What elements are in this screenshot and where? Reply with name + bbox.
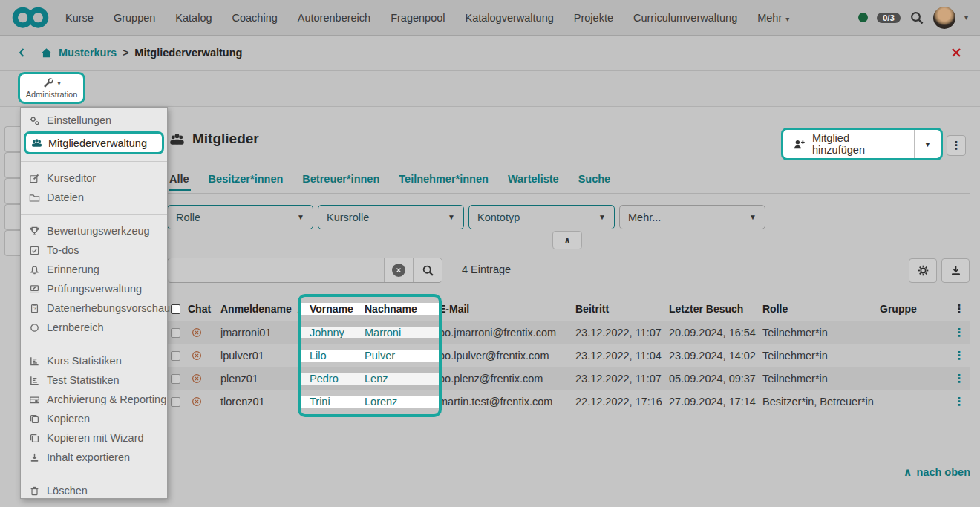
tab-teilnehmer[interactable]: Teilnehmer*innen [399,173,489,185]
tab-alle[interactable]: Alle [169,173,189,185]
cell-vorname[interactable]: Pedro [307,373,362,385]
nav-coaching[interactable]: Coaching [232,12,278,24]
panel-more-menu-button[interactable]: ⋮ [947,135,966,156]
cell-vorname[interactable]: Johnny [307,327,362,338]
back-to-top-link[interactable]: ∧ nach oben [904,466,970,478]
cell-nachname[interactable]: Marroni [362,327,436,338]
trash-icon [29,485,40,497]
administration-button[interactable]: ▾ Administration [18,72,85,104]
select-all-checkbox[interactable] [171,304,180,314]
menu-item-datenerhebungsvorschau[interactable]: Datenerhebungsvorschau [21,298,167,318]
col-vorname[interactable]: Vorname [307,303,362,315]
openolat-logo-icon[interactable] [12,7,49,29]
nav-gruppen[interactable]: Gruppen [114,12,155,24]
cell-vorname[interactable]: Trini [307,396,362,408]
menu-item-kurs-statistiken[interactable]: Kurs Statistiken [21,351,167,370]
clear-search-button[interactable] [384,258,413,282]
menu-item-lernbereich[interactable]: Lernbereich [21,318,167,337]
add-member-button[interactable]: Mitglied hinzufügen [783,130,915,158]
nav-fragenpool[interactable]: Fragenpool [391,12,445,24]
filter-mehr[interactable]: Mehr...▼ [619,205,765,229]
chat-status[interactable] [185,327,218,338]
col-chat[interactable]: Chat [185,303,218,315]
nav-projekte[interactable]: Projekte [574,12,613,24]
col-beitritt[interactable]: Beitritt [572,303,666,315]
menu-item-loeschen[interactable]: Löschen [21,481,167,500]
row-checkbox[interactable] [171,397,180,407]
filter-rolle[interactable]: Rolle▼ [167,205,313,229]
row-actions-button[interactable]: ⋮ [948,395,970,408]
cell-vorname[interactable]: Lilo [307,350,362,362]
row-actions-button[interactable]: ⋮ [948,349,970,362]
col-rolle[interactable]: Rolle [760,303,877,315]
member-search-input[interactable] [168,258,384,282]
tab-suche[interactable]: Suche [578,173,611,185]
row-checkbox[interactable] [171,328,180,338]
row-checkbox[interactable] [171,374,180,384]
cell-nachname[interactable]: Pulver [362,350,436,362]
nav-katalogverwaltung[interactable]: Katalogverwaltung [465,12,553,24]
menu-item-test-statistiken[interactable]: Test Statistiken [21,370,167,390]
nav-mehr[interactable]: Mehr▾ [757,12,789,24]
add-member-label: Mitglied hinzufügen [812,132,904,156]
tab-betreuer[interactable]: Betreuer*innen [302,173,379,185]
chat-unavailable-icon [191,396,203,408]
menu-item-dateien[interactable]: Dateien [21,188,167,207]
chevron-down-icon[interactable]: ▾ [964,13,968,22]
close-icon[interactable] [950,47,962,59]
cell-email: oo.jmarroni@frentix.com [436,327,572,338]
cell-nachname[interactable]: Lorenz [362,396,436,408]
nav-kurse[interactable]: Kurse [65,12,94,24]
menu-item-inhalt-exportieren[interactable]: Inhalt exportieren [21,448,167,467]
cell-letzter-besuch: 05.09.2024, 09:37 [666,373,760,385]
row-checkbox[interactable] [171,351,180,361]
filter-kursrolle[interactable]: Kursrolle▼ [318,205,464,229]
menu-item-einstellungen[interactable]: Einstellungen [21,111,167,130]
collapse-filters-button[interactable]: ∧ [552,231,582,249]
home-icon[interactable] [40,47,53,59]
nav-curriculumverwaltung[interactable]: Curriculumverwaltung [633,12,737,24]
search-submit-button[interactable] [413,258,442,282]
col-email[interactable]: E-Mail [436,303,572,315]
menu-item-label: Datenerhebungsvorschau [47,302,170,314]
chat-status[interactable] [185,350,218,362]
row-actions-button[interactable]: ⋮ [948,372,970,385]
col-gruppe[interactable]: Gruppe [877,303,948,315]
chat-status[interactable] [185,373,218,385]
menu-item-archivierung-reporting[interactable]: Archivierung & Reporting [21,390,167,409]
nav-katalog[interactable]: Katalog [175,12,212,24]
cell-nachname[interactable]: Lenz [362,373,436,385]
menu-item-label: Test Statistiken [47,374,120,386]
avatar[interactable] [933,7,956,29]
column-settings-icon[interactable]: ⋮ [948,302,970,315]
menu-item-erinnerung[interactable]: Erinnerung [21,260,167,279]
menu-item-kopieren[interactable]: Kopieren [21,409,167,428]
search-icon[interactable] [909,10,924,25]
menu-item-pruefungsverwaltung[interactable]: Prüfungsverwaltung [21,279,167,298]
nav-autorenbereich[interactable]: Autorenbereich [298,12,370,24]
task-count-badge[interactable]: 0/3 [877,13,901,23]
menu-item-kurseditor[interactable]: Kurseditor [21,169,167,188]
tab-warteliste[interactable]: Warteliste [508,173,559,185]
menu-item-bewertungswerkzeug[interactable]: Bewertungswerkzeug [21,221,167,241]
menu-item-label: Archivierung & Reporting [47,393,166,405]
filter-kontotyp[interactable]: Kontotyp▼ [468,205,615,229]
row-actions-button[interactable]: ⋮ [948,326,970,339]
menu-item-mitgliederverwaltung[interactable]: Mitgliederverwaltung [24,131,164,154]
chat-status[interactable] [185,396,218,408]
members-icon [169,131,185,147]
col-nachname[interactable]: Nachname [362,303,436,315]
col-letzter-besuch[interactable]: Letzter Besuch [666,303,760,315]
add-member-dropdown-toggle[interactable]: ▼ [915,130,941,158]
tab-besitzer[interactable]: Besitzer*innen [209,173,284,185]
menu-item-kopieren-mit-wizard[interactable]: Kopieren mit Wizard [21,428,167,448]
table-row: plenz01 Pedro Lenz oo.plenz@frentix.com … [167,367,970,390]
table-settings-button[interactable] [909,258,937,283]
members-table: Chat Anmeldename▲ Vorname Nachname E-Mai… [167,297,970,413]
menu-item-todos[interactable]: To-dos [21,241,167,260]
col-anmeldename[interactable]: Anmeldename▲ [218,303,307,315]
table-download-button[interactable] [941,258,970,283]
breadcrumb-course-link[interactable]: Musterkurs [59,47,117,59]
add-member-split-button[interactable]: Mitglied hinzufügen ▼ [781,128,943,160]
back-chevron-icon[interactable] [16,47,28,59]
